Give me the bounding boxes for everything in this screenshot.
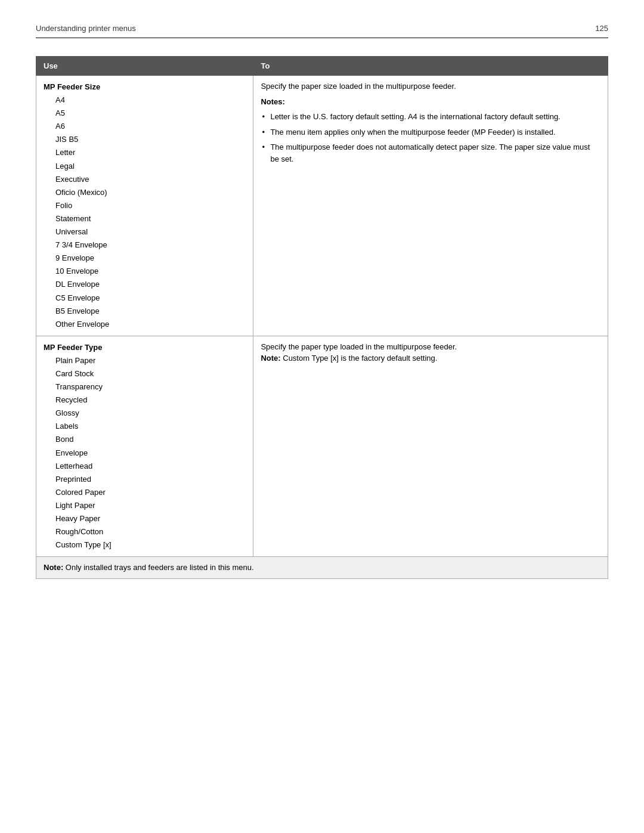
use-item: 7 3/4 Envelope xyxy=(44,239,246,252)
use-item: Glossy xyxy=(44,407,246,420)
footer-row: Note: Only installed trays and feeders a… xyxy=(36,557,608,579)
use-item: Statement xyxy=(44,212,246,225)
footer-note-text: Only installed trays and feeders are lis… xyxy=(66,563,254,572)
to-text: Specify the paper size loaded in the mul… xyxy=(261,80,600,92)
bullet-item: Letter is the U.S. factory default setti… xyxy=(261,111,600,123)
col-to-header: To xyxy=(253,57,608,76)
use-item: Letter xyxy=(44,146,246,159)
bullet-item: The menu item applies only when the mult… xyxy=(261,126,600,138)
use-item: Transparency xyxy=(44,380,246,394)
use-item: Light Paper xyxy=(44,499,246,512)
use-item: 10 Envelope xyxy=(44,265,246,278)
note-text: Note: Custom Type [x] is the factory def… xyxy=(261,352,600,364)
use-item: B5 Envelope xyxy=(44,305,246,318)
use-item: Custom Type [x] xyxy=(44,538,246,552)
use-heading-mp-feeder-type: MP Feeder Type xyxy=(44,341,246,354)
use-item: C5 Envelope xyxy=(44,292,246,305)
bullet-list: Letter is the U.S. factory default setti… xyxy=(261,111,600,165)
to-cell-mp-feeder-size: Specify the paper size loaded in the mul… xyxy=(253,76,608,336)
use-item: Universal xyxy=(44,225,246,239)
use-item: Oficio (Mexico) xyxy=(44,186,246,199)
use-cell-mp-feeder-size: MP Feeder SizeA4A5A6JIS B5LetterLegalExe… xyxy=(36,76,253,336)
note-label: Note: xyxy=(261,354,283,363)
table-header-row: Use To xyxy=(36,57,608,76)
use-item: Folio xyxy=(44,199,246,212)
page-header: Understanding printer menus 125 xyxy=(36,24,608,38)
use-item: Other Envelope xyxy=(44,318,246,331)
use-item: Recycled xyxy=(44,394,246,407)
notes-label: Notes: xyxy=(261,96,600,108)
footer-note-label: Note: xyxy=(44,563,66,572)
use-item: A5 xyxy=(44,107,246,120)
page-header-title: Understanding printer menus xyxy=(36,24,136,33)
use-item: 9 Envelope xyxy=(44,252,246,265)
to-text: Specify the paper type loaded in the mul… xyxy=(261,341,600,353)
use-item: A6 xyxy=(44,120,246,133)
footer-note: Note: Only installed trays and feeders a… xyxy=(36,557,608,579)
use-item: Heavy Paper xyxy=(44,512,246,525)
use-cell-mp-feeder-type: MP Feeder TypePlain PaperCard StockTrans… xyxy=(36,336,253,557)
page-number: 125 xyxy=(595,24,608,33)
use-heading-mp-feeder-size: MP Feeder Size xyxy=(44,80,246,94)
use-item: Envelope xyxy=(44,447,246,460)
use-item: DL Envelope xyxy=(44,278,246,291)
use-item: Bond xyxy=(44,433,246,446)
table-row: MP Feeder TypePlain PaperCard StockTrans… xyxy=(36,336,608,557)
use-item: Letterhead xyxy=(44,460,246,473)
note-value: Custom Type [x] is the factory default s… xyxy=(283,354,437,363)
use-item: JIS B5 xyxy=(44,133,246,146)
use-item: Labels xyxy=(44,420,246,433)
use-item: Card Stock xyxy=(44,367,246,380)
use-item: A4 xyxy=(44,94,246,107)
main-table: Use To MP Feeder SizeA4A5A6JIS B5LetterL… xyxy=(36,56,608,579)
use-item: Preprinted xyxy=(44,473,246,486)
use-item: Legal xyxy=(44,160,246,173)
use-item: Colored Paper xyxy=(44,486,246,499)
table-row: MP Feeder SizeA4A5A6JIS B5LetterLegalExe… xyxy=(36,76,608,336)
use-item: Plain Paper xyxy=(44,354,246,367)
use-item: Rough/Cotton xyxy=(44,525,246,538)
use-item: Executive xyxy=(44,173,246,186)
bullet-item: The multipurpose feeder does not automat… xyxy=(261,141,600,165)
to-cell-mp-feeder-type: Specify the paper type loaded in the mul… xyxy=(253,336,608,557)
col-use-header: Use xyxy=(36,57,253,76)
